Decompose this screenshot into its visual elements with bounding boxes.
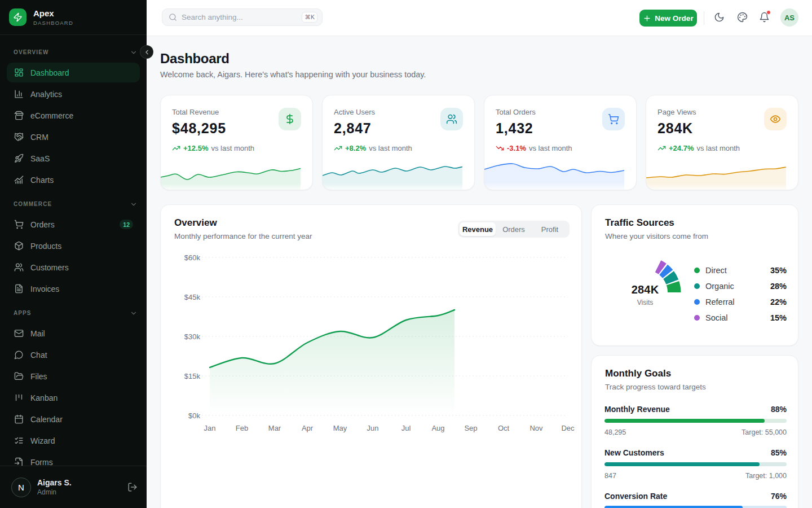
svg-text:$0k: $0k [188, 411, 200, 420]
svg-text:Mar: Mar [268, 424, 281, 432]
svg-text:May: May [333, 424, 347, 432]
svg-text:Nov: Nov [529, 424, 543, 432]
svg-text:Aug: Aug [431, 424, 444, 432]
svg-text:Apr: Apr [302, 424, 314, 432]
svg-text:$60k: $60k [184, 253, 201, 262]
svg-text:$45k: $45k [184, 293, 201, 301]
svg-text:$30k: $30k [184, 332, 201, 341]
svg-text:Jan: Jan [204, 424, 216, 432]
svg-text:$15k: $15k [184, 372, 201, 380]
svg-text:Jun: Jun [367, 424, 379, 432]
svg-text:Dec: Dec [561, 424, 575, 432]
svg-text:Feb: Feb [236, 424, 248, 432]
svg-text:Oct: Oct [498, 424, 510, 432]
svg-text:Jul: Jul [401, 424, 411, 432]
svg-text:Sep: Sep [464, 424, 477, 432]
